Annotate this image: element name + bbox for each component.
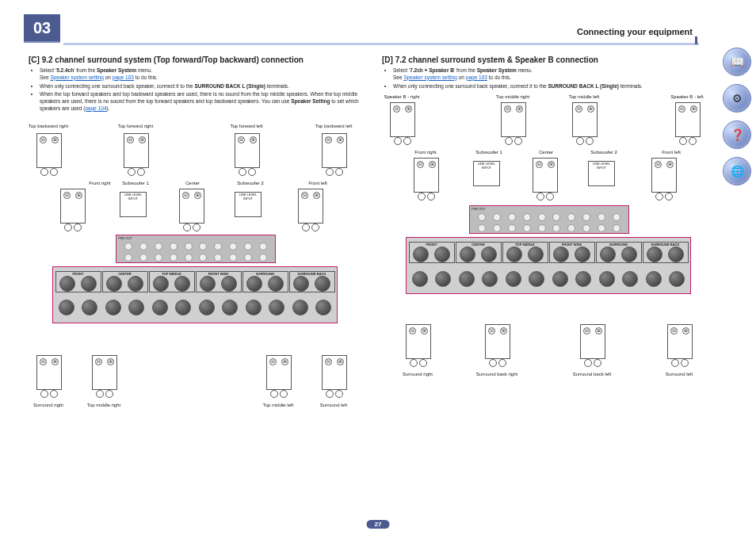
header-tick [695, 36, 697, 44]
speaker-top-backward-left: ⊖⊕ [322, 133, 347, 168]
speaker-surround-left-d: ⊖⊕ [667, 324, 693, 359]
label-tmr-d: Top middle right [485, 94, 540, 99]
section-c-title: [C] 9.2 channel surround system (Top for… [29, 55, 361, 64]
chapter-number-box: 03 [24, 14, 60, 43]
binding-panel-d: FRONT CENTER TOP MIDDLE FRONT WIDE SURRO… [406, 237, 691, 294]
label-sl-d: Surround left [651, 372, 707, 376]
speaker-top-forward-right: ⊖⊕ [124, 133, 149, 168]
nav-manual-icon[interactable]: 📖 [723, 48, 751, 76]
label-sr-c: Surround right [21, 403, 76, 407]
group-surround: SURROUND [242, 271, 288, 292]
group-front-d: FRONT [409, 242, 455, 263]
nav-setup-icon[interactable]: ⚙ [723, 84, 751, 113]
header-rule [63, 38, 699, 45]
group-top-middle: TOP MIDDLE [149, 271, 195, 292]
group-top-middle-d: TOP MIDDLE [502, 242, 548, 263]
label-tfw-l: Top forward left [219, 124, 274, 128]
header-section-title: Connecting your equipment [574, 27, 696, 36]
section-d-title: [D] 7.2 channel surround system & Speake… [382, 55, 715, 64]
subwoofer-2-c: LINE LEVEL INPUT [235, 192, 262, 217]
label-fl-d: Front left [643, 150, 699, 155]
speaker-front-left-d: ⊖⊕ [651, 158, 677, 193]
group-front-wide: FRONT WIDE [196, 271, 242, 292]
link-page-103[interactable]: page 103 [113, 75, 134, 80]
speaker-top-middle-left-c: ⊖⊕ [266, 355, 292, 390]
subwoofer-1-d: LINE LEVEL INPUT [473, 161, 500, 186]
label-sw1-d: Subwoofer 1 [461, 150, 517, 155]
speaker-b-left: ⊖⊕ [675, 102, 701, 137]
label-tbw-l: Top backward left [306, 124, 361, 128]
bullet-c2: When only connecting one surround back s… [40, 83, 361, 90]
nav-help-icon[interactable]: ❓ [723, 120, 751, 149]
speaker-surround-right-d: ⊖⊕ [406, 324, 431, 359]
group-surround-back: SURROUND BACK [289, 271, 335, 292]
label-sw2-d: Subwoofer 2 [576, 150, 632, 155]
speaker-b-right: ⊖⊕ [390, 102, 415, 137]
speaker-center-d: ⊖⊕ [533, 158, 558, 193]
group-surround-d: SURROUND [596, 242, 642, 263]
link-speaker-system-setting[interactable]: Speaker system setting [50, 75, 104, 80]
speaker-surround-left-c: ⊖⊕ [322, 355, 347, 390]
speaker-surround-back-right-d: ⊖⊕ [485, 324, 510, 359]
preout-panel-c: PRE OUT [116, 235, 276, 263]
column-c: [C] 9.2 channel surround system (Top for… [29, 55, 361, 418]
label-sbr-d: Speaker B - right [374, 94, 430, 99]
label-tfw-r: Top forward right [108, 124, 163, 128]
speaker-front-right-d: ⊖⊕ [414, 158, 439, 193]
speaker-top-middle-right-c: ⊖⊕ [92, 355, 117, 390]
label-sbl-d: Speaker B - left [659, 94, 715, 99]
label-tml-d: Top middle left [556, 94, 612, 99]
speaker-center-c: ⊖⊕ [179, 189, 204, 224]
speaker-front-right: ⊖⊕ [60, 189, 86, 224]
bullet-d2: When only connecting one surround back s… [393, 83, 715, 90]
speaker-top-middle-right-d: ⊖⊕ [501, 102, 526, 137]
speaker-top-forward-left: ⊖⊕ [235, 133, 260, 168]
speaker-surround-back-left-d: ⊖⊕ [580, 324, 605, 359]
diagram-d: ⊖⊕ Speaker B - right ⊖⊕ Top middle right… [382, 94, 715, 396]
label-sw2-c: Subwoofer 2 [223, 181, 278, 185]
link-page-103-d[interactable]: page 103 [466, 75, 487, 80]
label-sw1-c: Subwoofer 1 [108, 181, 163, 185]
page-number: 27 [367, 520, 390, 529]
column-d: [D] 7.2 channel surround system & Speake… [382, 55, 715, 396]
label-tbw-r: Top backward right [21, 124, 76, 128]
label-ctr-c: Center [165, 181, 220, 185]
link-page-104[interactable]: page 104 [85, 105, 106, 111]
speaker-surround-right-c: ⊖⊕ [36, 355, 62, 390]
label-sr-d: Surround right [390, 372, 445, 376]
label-fr-d: Front right [398, 150, 453, 155]
group-front-wide-d: FRONT WIDE [549, 242, 595, 263]
label-sl-c: Surround left [306, 403, 361, 407]
speaker-front-left-c: ⊖⊕ [298, 189, 323, 224]
sidebar-nav: 📖 ⚙ ❓ 🌐 [723, 48, 751, 185]
subwoofer-1-c: LINE LEVEL INPUT [120, 192, 147, 217]
group-center-d: CENTER [456, 242, 502, 263]
bullet-c3: When the top forward speakers and top ba… [40, 91, 361, 112]
label-ctr-d: Center [518, 150, 574, 155]
link-speaker-system-setting-d[interactable]: Speaker system setting [403, 75, 457, 80]
speaker-top-backward-right: ⊖⊕ [36, 133, 62, 168]
label-tmr-c: Top middle right [76, 403, 132, 407]
bullet-d1: Select '7.2ch + Speaker B' from the Spea… [393, 67, 715, 82]
label-sbl2-d: Surround back left [564, 372, 620, 376]
label-tml-c: Top middle left [250, 403, 306, 407]
subwoofer-2-d: LINE LEVEL INPUT [588, 161, 615, 186]
diagram-c: ⊖⊕ Top backward right ⊖⊕ Top forward rig… [29, 117, 361, 418]
nav-network-icon[interactable]: 🌐 [723, 157, 751, 185]
group-front: FRONT [55, 271, 101, 292]
section-c-bullets: Select '5.2.4ch' from the Speaker System… [40, 67, 361, 113]
group-surround-back-d: SURROUND BACK [643, 242, 689, 263]
label-sbr2-d: Surround back right [469, 372, 525, 376]
binding-panel-c: FRONT CENTER TOP MIDDLE FRONT WIDE SURRO… [52, 266, 338, 323]
label-fl-c: Front left [290, 181, 346, 185]
section-d-bullets: Select '7.2ch + Speaker B' from the Spea… [393, 67, 715, 90]
preout-panel-d: PRE OUT [469, 205, 629, 234]
speaker-top-middle-left-d: ⊖⊕ [572, 102, 598, 137]
bullet-c1: Select '5.2.4ch' from the Speaker System… [40, 67, 361, 82]
group-center: CENTER [102, 271, 148, 292]
